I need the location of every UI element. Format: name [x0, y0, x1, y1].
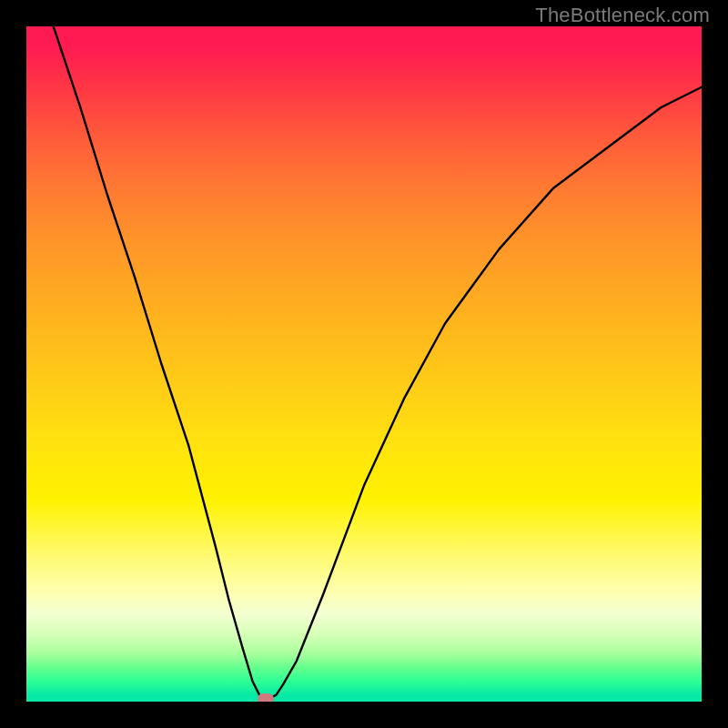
- chart-frame: TheBottleneck.com: [0, 0, 728, 728]
- bottleneck-curve: [26, 26, 702, 702]
- watermark-text: TheBottleneck.com: [535, 4, 710, 27]
- plot-area: [26, 26, 702, 702]
- optimal-marker: [258, 693, 274, 702]
